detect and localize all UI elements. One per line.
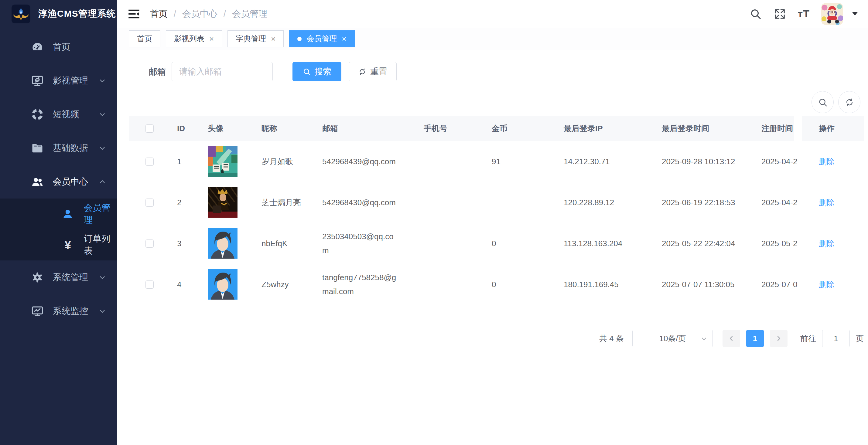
font-size-icon[interactable]: тT [798, 8, 810, 20]
pagination-total: 共 4 条 [599, 333, 624, 344]
page-unit-label: 页 [856, 333, 864, 344]
active-tab-dot [297, 37, 302, 41]
tab-member-management[interactable]: 会员管理 × [289, 30, 354, 47]
tabs-bar: 首页 影视列表 × 字典管理 × 会员管理 × [117, 28, 868, 50]
dashboard-icon [30, 40, 44, 54]
cell-nickname: 岁月如歌 [254, 156, 315, 167]
tab-movie-list[interactable]: 影视列表 × [166, 30, 222, 47]
sidebar-item-base-data[interactable]: 基础数据 [0, 131, 117, 165]
select-all-checkbox[interactable] [146, 124, 154, 133]
delete-link[interactable]: 删除 [819, 156, 835, 167]
member-center-submenu: 会员管理 ¥ 订单列表 [0, 198, 117, 260]
cell-last-ip: 113.128.163.204 [556, 239, 654, 248]
delete-link[interactable]: 删除 [819, 279, 835, 290]
sidebar-item-label: 会员管理 [84, 202, 117, 226]
member-avatar-image [208, 228, 238, 259]
sidebar-item-movies[interactable]: 影视管理 [0, 64, 117, 97]
delete-link[interactable]: 删除 [819, 238, 835, 249]
member-avatar-image [208, 146, 238, 177]
chevron-up-icon [98, 178, 106, 186]
base-data-icon [30, 141, 44, 155]
tab-home[interactable]: 首页 [129, 30, 160, 47]
cell-last-ip: 120.228.89.12 [556, 198, 654, 207]
user-avatar[interactable] [821, 3, 843, 25]
action-column: 操作 删除 删除 删除 删除 [802, 116, 864, 305]
sidebar-item-label: 系统监控 [53, 305, 88, 317]
reset-button-label: 重置 [370, 66, 387, 77]
breadcrumb-home[interactable]: 首页 [150, 8, 168, 20]
column-header-last-time: 最后登录时间 [654, 123, 754, 134]
cell-last-time: 2025-06-19 22:18:53 [654, 198, 754, 207]
pagination: 共 4 条 10条/页 1 前往 页 [599, 330, 864, 347]
row-checkbox[interactable] [146, 158, 154, 166]
delete-link[interactable]: 删除 [819, 197, 835, 208]
table-search-button[interactable] [811, 91, 834, 113]
goto-page-input[interactable] [822, 330, 850, 347]
page-size-value: 10条/页 [659, 333, 686, 344]
sidebar-item-system-monitor[interactable]: 系统监控 [0, 294, 117, 328]
close-icon[interactable]: × [271, 35, 276, 43]
cell-email: 542968439@qq.com [322, 155, 399, 168]
table-row: 2 芝士焗月亮 542968430@qq.com [129, 182, 864, 223]
breadcrumb-member-center: 会员中心 [182, 8, 217, 20]
collapse-sidebar-icon[interactable] [128, 8, 140, 20]
member-avatar-image [208, 187, 238, 218]
topbar-actions: тT [749, 3, 858, 25]
table-row: 1 [129, 141, 864, 182]
app-logo: 淳渔CMS管理系统 [0, 0, 117, 28]
table-header-row: ID 头像 昵称 邮箱 手机号 金币 最后登录IP 最后登录时间 注册时间 [129, 116, 864, 141]
cell-id: 1 [170, 157, 200, 166]
tab-label: 会员管理 [306, 34, 337, 44]
member-avatar-image [208, 269, 238, 299]
logo-eagle-icon [11, 5, 30, 23]
next-page-button[interactable] [770, 330, 787, 347]
chevron-down-icon [98, 77, 106, 85]
prev-page-button[interactable] [722, 330, 740, 347]
sidebar-item-label: 短视频 [53, 108, 79, 121]
tab-label: 首页 [137, 34, 152, 44]
cell-email: 2350340503@qq.com [322, 229, 399, 257]
monitor-chart-icon [30, 304, 44, 318]
email-input[interactable] [172, 62, 273, 81]
sidebar-item-member-management[interactable]: 会员管理 [0, 198, 117, 229]
reset-button[interactable]: 重置 [349, 62, 397, 81]
tab-dictionary[interactable]: 字典管理 × [227, 30, 284, 47]
column-header-id: ID [170, 124, 200, 133]
chevron-down-icon [98, 110, 106, 118]
cell-last-ip: 14.212.30.71 [556, 157, 654, 166]
column-header-nickname: 昵称 [254, 123, 315, 134]
search-button[interactable]: 搜索 [292, 62, 341, 81]
cell-last-time: 2025-07-07 11:30:05 [654, 280, 754, 289]
breadcrumb-member-management: 会员管理 [232, 8, 267, 20]
cell-last-time: 2025-05-22 22:42:04 [654, 239, 754, 248]
breadcrumb-separator: / [174, 9, 176, 19]
sidebar-item-short-video[interactable]: 短视频 [0, 97, 117, 131]
row-checkbox[interactable] [146, 240, 154, 248]
sidebar-item-member-center[interactable]: 会员中心 [0, 165, 117, 198]
sidebar-item-home[interactable]: 首页 [0, 30, 117, 64]
gear-icon [30, 271, 44, 284]
row-checkbox[interactable] [146, 281, 154, 289]
sidebar-item-label: 首页 [53, 41, 70, 53]
close-icon[interactable]: × [209, 35, 214, 43]
sidebar-item-order-list[interactable]: ¥ 订单列表 [0, 229, 117, 260]
page-number-1[interactable]: 1 [746, 330, 764, 347]
cell-coins: 91 [485, 157, 556, 166]
cell-id: 4 [170, 280, 200, 289]
column-header-action: 操作 [802, 116, 864, 141]
sidebar-item-label: 订单列表 [84, 233, 117, 257]
fullscreen-icon[interactable] [774, 8, 786, 20]
page-size-select[interactable]: 10条/页 [632, 330, 713, 347]
short-video-icon [30, 107, 44, 121]
fixed-column-gap [794, 116, 802, 141]
column-header-avatar: 头像 [200, 123, 254, 134]
row-checkbox[interactable] [146, 198, 154, 207]
sidebar-item-label: 基础数据 [53, 142, 88, 154]
search-icon[interactable] [749, 8, 762, 20]
chevron-down-icon[interactable] [852, 12, 858, 15]
sidebar-item-system-management[interactable]: 系统管理 [0, 260, 117, 294]
table-refresh-button[interactable] [838, 91, 860, 113]
cell-nickname: nbEfqK [254, 239, 315, 248]
close-icon[interactable]: × [342, 35, 346, 43]
cell-id: 2 [170, 198, 200, 207]
